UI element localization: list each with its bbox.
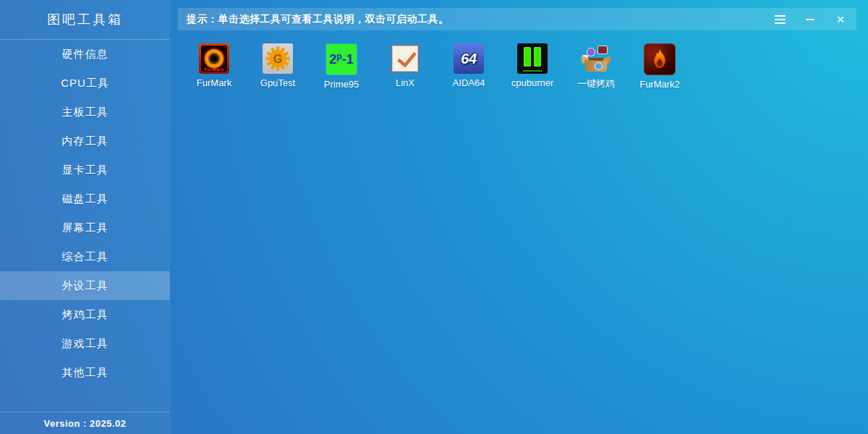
- tool-label: 一键烤鸡: [577, 77, 615, 90]
- tool-furmark2[interactable]: FurMark2: [628, 43, 692, 90]
- tool-prime95[interactable]: 2p-1 Prime95: [310, 43, 373, 90]
- aida64-icon: 64: [454, 43, 484, 74]
- sidebar-item-gpu-tools[interactable]: 显卡工具: [0, 156, 170, 184]
- tool-cpuburner[interactable]: cpuburner: [501, 43, 564, 90]
- menu-button[interactable]: [773, 12, 787, 27]
- hint-text: 提示：单击选择工具可查看工具说明，双击可启动工具。: [178, 13, 449, 26]
- window-controls: ×: [773, 8, 848, 30]
- sidebar-item-stress-test-tools[interactable]: 烤鸡工具: [0, 300, 170, 329]
- box-item-blue-circle: [595, 62, 603, 70]
- tool-label: AIDA64: [453, 77, 485, 88]
- package-box-icon: [581, 43, 611, 74]
- load-base-line: [523, 70, 542, 72]
- tool-label: FurMark: [197, 77, 231, 88]
- sidebar-item-cpu-tools[interactable]: CPU工具: [0, 69, 170, 98]
- tool-gputest[interactable]: G GpuTest: [246, 43, 310, 90]
- menu-icon: [775, 19, 786, 20]
- sidebar-item-general-tools[interactable]: 综合工具: [0, 242, 170, 271]
- tool-label: Prime95: [324, 79, 359, 90]
- prime95-icon-text: 2p-1: [329, 53, 353, 66]
- load-bar-icon: [534, 47, 541, 67]
- sidebar-item-game-tools[interactable]: 游戏工具: [0, 329, 170, 358]
- sidebar-footer: Version : 2025.02: [0, 412, 170, 434]
- minimize-button[interactable]: [803, 12, 817, 27]
- flame-ring-icon: [205, 49, 224, 68]
- sidebar-item-peripheral-tools[interactable]: 外设工具: [0, 271, 170, 300]
- tools-grid: FurMark FurMark: [182, 43, 692, 90]
- tool-label: cpuburner: [511, 77, 554, 88]
- sidebar-item-screen-tools[interactable]: 屏幕工具: [0, 213, 170, 242]
- prime95-icon: 2p-1: [326, 43, 357, 75]
- tool-furmark[interactable]: FurMark FurMark: [182, 43, 246, 90]
- checkmark-icon: [397, 47, 417, 68]
- version-label: Version : 2025.02: [43, 418, 126, 429]
- sidebar-item-hardware-info[interactable]: 硬件信息: [0, 40, 170, 69]
- gputest-icon-text: G: [273, 52, 283, 65]
- sidebar: 图吧工具箱 硬件信息 CPU工具 主板工具 内存工具 显卡工具 磁盘工具 屏幕工…: [0, 0, 170, 434]
- tool-label: FurMark2: [639, 79, 680, 90]
- cpuburner-icon: [517, 43, 548, 74]
- gear-icon: G: [265, 46, 291, 72]
- linx-icon: [390, 43, 420, 74]
- sidebar-item-motherboard-tools[interactable]: 主板工具: [0, 98, 170, 127]
- furmark-icon-text: FurMark: [199, 67, 229, 72]
- sidebar-item-disk-tools[interactable]: 磁盘工具: [0, 184, 170, 213]
- app-title: 图吧工具箱: [0, 0, 170, 40]
- close-button[interactable]: ×: [833, 12, 848, 27]
- furmark-icon: FurMark: [199, 43, 229, 74]
- titlebar[interactable]: 提示：单击选择工具可查看工具说明，双击可启动工具。 ×: [178, 8, 856, 30]
- close-icon: ×: [836, 12, 844, 26]
- furmark2-icon: [644, 43, 676, 75]
- box-item-picture: [597, 46, 608, 54]
- tool-aida64[interactable]: 64 AIDA64: [437, 43, 501, 90]
- tool-yijiankaoji[interactable]: 一键烤鸡: [564, 43, 628, 90]
- app-window: 图吧工具箱 硬件信息 CPU工具 主板工具 内存工具 显卡工具 磁盘工具 屏幕工…: [0, 0, 868, 434]
- tool-label: GpuTest: [260, 77, 295, 88]
- minimize-icon: [806, 19, 814, 20]
- aida64-icon-text: 64: [461, 51, 477, 67]
- load-bar-icon: [524, 47, 531, 67]
- flame-icon: [647, 47, 672, 72]
- sidebar-item-other-tools[interactable]: 其他工具: [0, 358, 170, 387]
- tool-label: LinX: [396, 77, 414, 88]
- sidebar-item-memory-tools[interactable]: 内存工具: [0, 127, 170, 156]
- box-item-purple: [587, 48, 595, 56]
- tool-linx[interactable]: LinX: [373, 43, 437, 90]
- gputest-icon: G: [263, 43, 293, 74]
